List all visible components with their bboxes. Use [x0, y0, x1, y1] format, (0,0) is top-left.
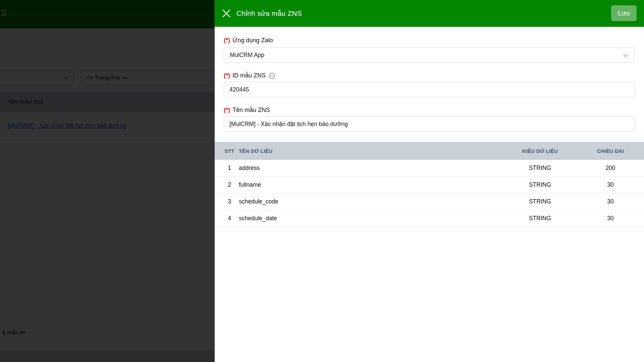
edit-zns-drawer: Chỉnh sửa mẫu ZNS Lưu (*) Ứng dụng Zalo … — [215, 0, 644, 362]
cell-stt: 1 — [220, 165, 239, 172]
col-header-length: CHIỀU DÀI — [577, 148, 644, 154]
cell-type: STRING — [503, 198, 577, 205]
cell-type: STRING — [503, 215, 577, 222]
cell-length: 200 — [577, 165, 644, 172]
zns-id-input[interactable] — [224, 82, 635, 97]
zalo-app-label: (*) Ứng dụng Zalo — [224, 37, 273, 44]
screen: S == Trạng thái == TÊN MẪU ZNS [MulCRM] … — [0, 0, 644, 362]
cell-stt: 2 — [220, 181, 239, 188]
zalo-app-select-value: MulCRM App — [230, 52, 264, 59]
col-header-type: KIỂU DỮ LIỆU — [503, 148, 577, 154]
zalo-app-label-text: Ứng dụng Zalo — [232, 37, 273, 44]
zns-id-label: (*) ID mẫu ZNS — [224, 72, 275, 79]
table-row: 2 fullname STRING 30 — [215, 177, 644, 193]
zns-name-input[interactable] — [224, 116, 635, 132]
cell-name: schedule_date — [239, 215, 503, 222]
zns-name-label-text: Tên mẫu ZNS — [232, 107, 270, 114]
cell-length: 30 — [577, 198, 644, 205]
zns-params-table: STT TÊN DỮ LIỆU KIỂU DỮ LIỆU CHIỀU DÀI 1… — [215, 142, 644, 227]
table-row: 1 address STRING 200 — [215, 160, 644, 177]
info-icon[interactable] — [269, 72, 275, 79]
zalo-app-select[interactable]: MulCRM App — [224, 47, 635, 63]
close-icon — [221, 14, 231, 19]
col-header-name: TÊN DỮ LIỆU — [239, 148, 503, 154]
cell-stt: 3 — [220, 198, 239, 205]
drawer-title: Chỉnh sửa mẫu ZNS — [236, 0, 302, 27]
zns-id-label-text: ID mẫu ZNS — [232, 72, 266, 79]
table-row: 3 schedule_code STRING 30 — [215, 193, 644, 210]
params-table-header: STT TÊN DỮ LIỆU KIỂU DỮ LIỆU CHIỀU DÀI — [215, 142, 644, 160]
required-mark: (*) — [224, 72, 230, 79]
close-button[interactable] — [221, 8, 231, 18]
cell-stt: 4 — [220, 215, 239, 222]
cell-length: 30 — [577, 181, 644, 188]
required-mark: (*) — [224, 37, 230, 44]
col-header-stt: STT — [220, 148, 239, 154]
cell-name: address — [239, 165, 503, 172]
cell-length: 30 — [577, 215, 644, 222]
cell-type: STRING — [503, 165, 577, 172]
required-mark: (*) — [224, 107, 230, 114]
table-row: 4 schedule_date STRING 30 — [215, 210, 644, 227]
cell-name: schedule_code — [239, 198, 503, 205]
cell-name: fullname — [239, 181, 503, 188]
chevron-down-icon — [622, 52, 629, 60]
drawer-header: Chỉnh sửa mẫu ZNS Lưu — [215, 0, 644, 27]
save-button[interactable]: Lưu — [611, 5, 637, 21]
cell-type: STRING — [503, 181, 577, 188]
zns-name-label: (*) Tên mẫu ZNS — [224, 107, 270, 114]
